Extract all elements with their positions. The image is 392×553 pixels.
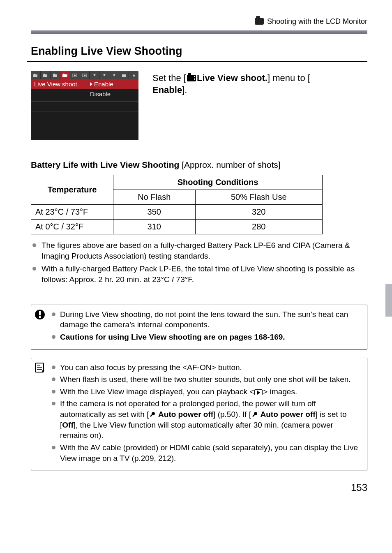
cell-flash50: 280 xyxy=(195,220,322,234)
breadcrumb-text: Shooting with the LCD Monitor xyxy=(267,16,367,26)
table-row: At 23°C / 73°F 350 320 xyxy=(31,205,323,220)
svg-marker-16 xyxy=(132,74,136,77)
section-title: Enabling Live View Shooting xyxy=(27,34,367,62)
warning-box: During Live View shooting, do not point … xyxy=(31,305,367,349)
menu-tab xyxy=(70,71,80,79)
table-row: At 0°C / 32°F 310 280 xyxy=(31,220,323,234)
svg-marker-12 xyxy=(74,74,76,76)
svg-rect-19 xyxy=(39,316,41,318)
frag: You can also focus by pressing the < xyxy=(60,363,187,372)
heading-bold: Battery Life with Live View Shooting xyxy=(31,160,179,169)
note-icon xyxy=(35,362,45,373)
menu-tab xyxy=(119,71,129,79)
cell-temp: At 0°C / 32°F xyxy=(31,220,113,234)
note-item: With a fully-charged Battery Pack LP-E6,… xyxy=(31,264,367,285)
header-divider xyxy=(31,30,367,34)
frag: ] (p.50). If [ xyxy=(213,410,251,419)
battery-heading: Battery Life with Live View Shooting [Ap… xyxy=(31,159,367,171)
frag: > button. xyxy=(211,363,242,372)
table-notes: The figures above are based on a fully-c… xyxy=(31,240,367,285)
menu-bullet-icon xyxy=(90,82,92,86)
instruction-text: Set the [ Live View shoot. ] menu to [ E… xyxy=(152,71,310,96)
menu-tab xyxy=(80,71,90,79)
menu-option-disable: Disable xyxy=(90,90,111,98)
tip-item: With the Live View image displayed, you … xyxy=(52,386,361,397)
menu-option-enable: Enable xyxy=(94,80,113,88)
menu-item-label: Live View shoot. xyxy=(34,80,83,88)
cell-noflash: 310 xyxy=(113,220,196,234)
menu-tab xyxy=(109,71,119,79)
page-number: 153 xyxy=(31,481,367,494)
menu-tab xyxy=(51,71,60,79)
menu-tab xyxy=(129,71,138,79)
frag: With the Live View image displayed, you … xyxy=(60,387,254,396)
battery-table: Temperature Shooting Conditions No Flash… xyxy=(31,175,323,234)
camera-icon xyxy=(255,18,264,25)
frag: Off xyxy=(62,421,73,429)
camera-menu-screenshot: Live View shoot. Enable Disable xyxy=(31,71,138,140)
svg-point-10 xyxy=(67,76,67,77)
menu-tab xyxy=(31,71,41,79)
warning-icon xyxy=(35,309,45,320)
warning-item: Cautions for using Live View shooting ar… xyxy=(52,332,361,342)
svg-rect-1 xyxy=(34,74,35,75)
menu-tab xyxy=(41,71,51,79)
cell-noflash: 350 xyxy=(113,205,196,220)
heading-thin: [Approx. number of shots] xyxy=(179,160,280,169)
side-page-tab xyxy=(385,284,392,317)
camera-menu-icon xyxy=(187,75,196,81)
playback-icon xyxy=(254,389,263,395)
instr-frag: Set the [ xyxy=(152,72,186,84)
cell-flash50: 320 xyxy=(195,205,322,220)
frag: ], the Live View function will stop auto… xyxy=(60,421,333,440)
svg-rect-3 xyxy=(44,74,45,75)
svg-rect-18 xyxy=(39,311,41,315)
svg-rect-5 xyxy=(53,74,55,75)
tip-item: If the camera is not operated for a prol… xyxy=(52,398,361,441)
svg-rect-15 xyxy=(122,74,126,77)
frag: Auto power off xyxy=(156,410,213,419)
cell-temp: At 23°C / 73°F xyxy=(31,205,113,220)
tip-item: You can also focus by pressing the <AF-O… xyxy=(52,362,361,373)
wrench-icon xyxy=(251,410,258,416)
svg-rect-7 xyxy=(63,74,65,75)
svg-marker-14 xyxy=(84,74,86,76)
frag: Auto power off xyxy=(258,410,316,419)
frag: > images. xyxy=(263,387,297,396)
svg-point-8 xyxy=(67,74,67,75)
tips-box: You can also focus by pressing the <AF-O… xyxy=(31,358,367,471)
wrench-icon xyxy=(149,410,156,416)
th-noflash: No Flash xyxy=(113,190,196,205)
svg-point-9 xyxy=(67,75,67,76)
menu-tab-strip xyxy=(31,71,138,79)
menu-tab xyxy=(90,71,99,79)
instr-frag: Enable xyxy=(152,84,182,96)
tip-item: When flash is used, there will be two sh… xyxy=(52,374,361,385)
header-breadcrumb: Shooting with the LCD Monitor xyxy=(31,16,367,29)
instr-frag: ]. xyxy=(182,84,187,96)
af-on-label: AF-ON xyxy=(187,363,211,372)
instr-frag: ] menu to [ xyxy=(267,72,310,84)
menu-tab xyxy=(99,71,109,79)
svg-marker-24 xyxy=(42,370,44,373)
warning-item: During Live View shooting, do not point … xyxy=(52,309,361,330)
th-flash50: 50% Flash Use xyxy=(195,190,322,205)
tip-item: With the AV cable (provided) or HDMI cab… xyxy=(52,442,361,463)
menu-row-selected: Live View shoot. Enable xyxy=(31,79,138,89)
menu-row: Disable xyxy=(31,89,138,99)
th-temperature: Temperature xyxy=(31,175,113,205)
menu-tab-selected xyxy=(60,71,70,79)
instr-frag: Live View shoot. xyxy=(197,72,267,84)
th-conditions: Shooting Conditions xyxy=(113,175,323,190)
note-item: The figures above are based on a fully-c… xyxy=(31,240,367,261)
